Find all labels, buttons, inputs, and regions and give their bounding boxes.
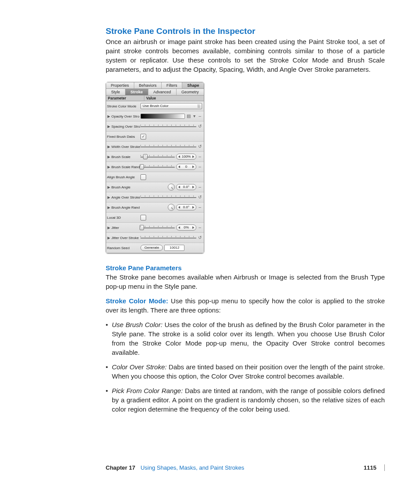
row-local-3d: Local 3D xyxy=(106,213,204,223)
label-brush-scale-rand: Brush Scale Rand xyxy=(111,165,140,169)
label-opacity-over-stroke: Opacity Over Stro xyxy=(111,114,140,118)
intro-paragraph: Once an airbrush or image paint stroke h… xyxy=(106,37,385,74)
generate-button[interactable]: Generate xyxy=(140,245,163,251)
footer-chapter-title: Using Shapes, Masks, and Paint Strokes xyxy=(140,464,364,471)
option-name: Color Over Stroke: xyxy=(112,363,167,371)
disclosure-icon[interactable]: ▶ xyxy=(107,165,111,169)
option-name: Use Brush Color: xyxy=(112,321,162,328)
checkbox-fixed-dabs[interactable]: ✓ xyxy=(140,134,146,140)
stroke-pane-intro: The Stroke pane becomes available when A… xyxy=(106,272,385,291)
stepper-brush-scale-rand[interactable]: 0 xyxy=(176,164,196,170)
row-brush-angle-rand: ▶Brush Angle Rand 0.0° – xyxy=(106,202,204,213)
reset-icon[interactable]: ↺ xyxy=(198,235,202,240)
label-spacing-over-stroke: Spacing Over Stro xyxy=(111,125,140,129)
label-align-brush-angle: Align Brush Angle xyxy=(107,175,135,179)
mini-curve[interactable] xyxy=(140,124,196,129)
row-spacing-over-stroke: ▶Spacing Over Stro ↺ xyxy=(106,121,204,132)
subtab-geometry[interactable]: Geometry xyxy=(177,89,204,95)
checkbox-align-angle[interactable] xyxy=(140,174,146,180)
disclosure-icon[interactable]: ▶ xyxy=(107,145,111,148)
row-brush-scale-rand: ▶Brush Scale Rand 0 – xyxy=(106,162,204,172)
row-jitter-over-stroke: ▶Jitter Over Stroke ↺ xyxy=(106,233,204,243)
disclosure-icon[interactable]: ▶ xyxy=(107,195,111,199)
reset-icon[interactable]: – xyxy=(198,114,202,119)
row-opacity-over-stroke: ▶Opacity Over Stro ▤ ▾ – xyxy=(106,111,204,121)
inspector-column-headers: Parameter Value xyxy=(106,96,204,101)
options-list: • Use Brush Color: Uses the color of the… xyxy=(106,320,385,414)
random-seed-field[interactable]: 10012 xyxy=(164,245,184,251)
subtab-style[interactable]: Style xyxy=(106,89,125,95)
inspector-sub-tabs: Style Stroke Advanced Geometry xyxy=(106,89,204,96)
row-brush-angle: ▶Brush Angle 0.0° – xyxy=(106,182,204,192)
slider-brush-scale-rand[interactable] xyxy=(140,165,175,169)
subtab-advanced[interactable]: Advanced xyxy=(148,89,177,95)
reset-icon[interactable]: – xyxy=(198,225,202,230)
mini-curve[interactable] xyxy=(140,195,196,199)
gradient-opacity[interactable] xyxy=(140,114,185,119)
reset-icon[interactable]: – xyxy=(198,205,202,210)
stepper-brush-angle-rand[interactable]: 0.0° xyxy=(176,204,196,210)
label-stroke-color-mode: Stroke Color Mode xyxy=(107,104,136,108)
popup-stroke-color-mode[interactable]: Use Brush Color xyxy=(140,103,202,109)
reset-icon[interactable]: – xyxy=(198,184,202,190)
row-stroke-color-mode: Stroke Color Mode Use Brush Color xyxy=(106,101,204,111)
label-width-over-stroke: Width Over Stroke xyxy=(111,145,140,149)
stepper-jitter[interactable]: 0% xyxy=(176,224,196,231)
bullet-icon: • xyxy=(106,320,108,329)
reset-icon[interactable]: – xyxy=(198,164,202,169)
slider-brush-scale[interactable] xyxy=(140,155,175,159)
inspector-top-tabs: Properties Behaviors Filters Shape xyxy=(106,82,204,89)
section-title: Stroke Pane Controls in the Inspector xyxy=(106,26,385,36)
stepper-brush-angle[interactable]: 0.0° xyxy=(176,184,196,190)
subtab-stroke[interactable]: Stroke xyxy=(125,89,148,95)
label-brush-angle-rand: Brush Angle Rand xyxy=(111,206,140,210)
label-local-3d: Local 3D xyxy=(107,216,121,220)
page-footer: Chapter 17 Using Shapes, Masks, and Pain… xyxy=(106,464,385,471)
label-brush-angle: Brush Angle xyxy=(111,185,130,189)
option-pick-from-color-range: • Pick From Color Range: Dabs are tinted… xyxy=(106,386,385,414)
option-color-over-stroke: • Color Over Stroke: Dabs are tinted bas… xyxy=(106,362,385,381)
label-jitter: Jitter xyxy=(111,226,119,230)
checkbox-local-3d[interactable] xyxy=(140,215,146,221)
stroke-color-mode-paragraph: Stroke Color Mode: Use this pop-up menu … xyxy=(106,296,385,315)
header-parameter: Parameter xyxy=(106,96,144,101)
reset-icon[interactable]: ↺ xyxy=(198,195,202,200)
label-jitter-over-stroke: Jitter Over Stroke xyxy=(111,236,139,240)
header-value: Value xyxy=(144,96,204,101)
disclosure-icon[interactable]: ▶ xyxy=(107,114,111,118)
label-brush-scale: Brush Scale xyxy=(111,155,130,159)
stepper-brush-scale[interactable]: 100% xyxy=(176,154,196,160)
dial-brush-angle-rand[interactable] xyxy=(168,204,175,211)
mini-curve[interactable] xyxy=(140,235,196,240)
option-use-brush-color: • Use Brush Color: Uses the color of the… xyxy=(106,320,385,357)
tab-shape[interactable]: Shape xyxy=(182,82,204,88)
tab-filters[interactable]: Filters xyxy=(162,82,182,88)
dial-brush-angle[interactable] xyxy=(168,184,175,191)
row-width-over-stroke: ▶Width Over Stroke ↺ xyxy=(106,142,204,152)
mini-curve[interactable] xyxy=(140,144,196,149)
disclosure-icon[interactable]: ▶ xyxy=(107,185,111,189)
reset-icon[interactable]: ↺ xyxy=(198,124,202,129)
label-angle-over-stroke: Angle Over Stroke xyxy=(111,195,140,199)
color-well-icon[interactable]: ▤ xyxy=(186,114,191,119)
bullet-icon: • xyxy=(106,362,108,372)
option-name: Pick From Color Range: xyxy=(112,387,183,394)
reset-icon[interactable]: ↺ xyxy=(198,144,202,149)
slot-menu-icon[interactable]: ▾ xyxy=(192,114,196,119)
tab-behaviors[interactable]: Behaviors xyxy=(134,82,162,88)
label-fixed-brush-dabs: Fixed Brush Dabs xyxy=(107,135,135,139)
tab-properties[interactable]: Properties xyxy=(106,82,134,88)
disclosure-icon[interactable]: ▶ xyxy=(107,226,111,229)
row-fixed-brush-dabs: Fixed Brush Dabs ✓ xyxy=(106,132,204,142)
disclosure-icon[interactable]: ▶ xyxy=(107,125,111,128)
row-jitter: ▶Jitter 0% – xyxy=(106,223,204,233)
inspector-panel: Properties Behaviors Filters Shape Style… xyxy=(106,82,204,254)
row-align-brush-angle: Align Brush Angle xyxy=(106,172,204,182)
row-brush-scale: ▶Brush Scale 100% – xyxy=(106,152,204,162)
slider-jitter[interactable] xyxy=(140,225,175,230)
disclosure-icon[interactable]: ▶ xyxy=(107,206,111,209)
disclosure-icon[interactable]: ▶ xyxy=(107,155,111,158)
disclosure-icon[interactable]: ▶ xyxy=(107,236,111,239)
footer-page-number: 1115 xyxy=(364,464,376,471)
reset-icon[interactable]: – xyxy=(198,154,202,159)
